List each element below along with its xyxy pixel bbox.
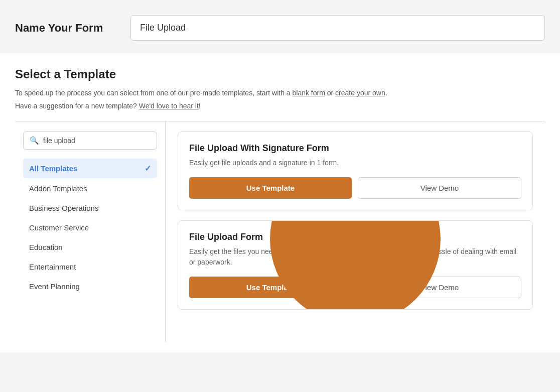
sidebar-item-label: All Templates [29, 164, 77, 173]
sidebar-item-label: Entertainment [29, 263, 76, 271]
desc-or: or [325, 89, 335, 97]
suggestion-text: Have a suggestion for a new template? [15, 102, 139, 110]
main-layout: 🔍 All Templates ✓ Addon Templates Busine… [15, 121, 545, 342]
sidebar-item-all-templates[interactable]: All Templates ✓ [23, 159, 157, 178]
select-template-desc: To speed up the process you can select f… [15, 87, 545, 98]
view-demo-button-1[interactable]: View Demo [358, 177, 521, 199]
blank-form-link[interactable]: blank form [293, 89, 325, 97]
view-demo-button-2[interactable]: View Demo [358, 277, 521, 298]
sidebar-item-customer-service[interactable]: Customer Service [23, 218, 157, 237]
card-1-buttons: Use Template View Demo [189, 177, 521, 199]
template-card-1-title: File Upload With Signature Form [189, 143, 521, 154]
search-icon: 🔍 [30, 136, 39, 145]
name-form-label: Name Your Form [15, 22, 115, 35]
template-card-2: File Upload Form Easily get the files yo… [178, 220, 533, 310]
desc-text-part1: To speed up the process you can select f… [15, 89, 293, 97]
desc-end: . [385, 89, 387, 97]
name-form-input[interactable] [130, 15, 545, 41]
select-template-section: Select a Template To speed up the proces… [0, 53, 560, 352]
sidebar-item-label: Addon Templates [29, 184, 87, 193]
content-area: File Upload With Signature Form Easily g… [166, 121, 545, 342]
card-2-buttons: Use Template View Demo [189, 277, 521, 298]
search-input[interactable] [43, 137, 151, 145]
sidebar-item-education[interactable]: Education [23, 238, 157, 256]
select-suggestion: Have a suggestion for a new template? We… [15, 100, 545, 111]
template-card-2-desc: Easily get the files you need, organize … [189, 246, 521, 268]
sidebar-item-addon-templates[interactable]: Addon Templates [23, 179, 157, 198]
check-icon: ✓ [145, 164, 151, 173]
template-card-1: File Upload With Signature Form Easily g… [178, 132, 533, 210]
search-box[interactable]: 🔍 [23, 132, 157, 150]
template-card-1-desc: Easily get file uploads and a signature … [189, 158, 521, 168]
use-template-button-2[interactable]: Use Template [189, 277, 352, 298]
sidebar: 🔍 All Templates ✓ Addon Templates Busine… [15, 121, 166, 342]
template-card-2-title: File Upload Form [189, 232, 521, 242]
suggestion-end: ! [199, 102, 201, 110]
sidebar-item-label: Customer Service [29, 223, 89, 232]
name-form-section: Name Your Form [0, 0, 560, 53]
sidebar-item-event-planning[interactable]: Event Planning [23, 277, 157, 296]
select-template-title: Select a Template [15, 67, 545, 81]
create-own-link[interactable]: create your own [335, 89, 385, 97]
sidebar-item-entertainment[interactable]: Entertainment [23, 257, 157, 276]
sidebar-item-label: Event Planning [29, 282, 80, 291]
sidebar-item-label: Education [29, 243, 63, 251]
suggestion-link[interactable]: We'd love to hear it [139, 102, 199, 110]
use-template-button-1[interactable]: Use Template [189, 177, 352, 199]
sidebar-item-business-operations[interactable]: Business Operations [23, 199, 157, 217]
sidebar-item-label: Business Operations [29, 204, 98, 212]
